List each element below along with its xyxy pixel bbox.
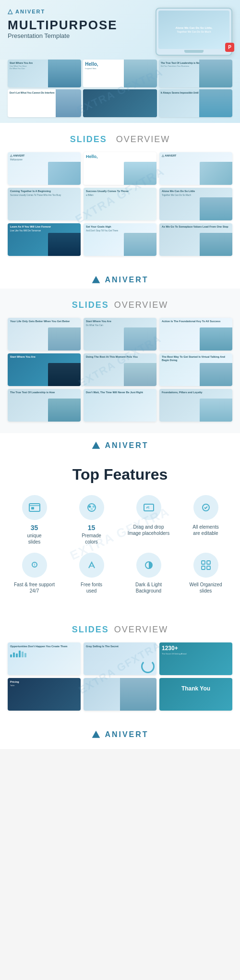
anivert-divider-2: ANIVERT [0,433,240,454]
hero-slide-2: Hello, Inspired Idea [83,60,156,87]
laptop-frame: Alone We Can Do So Little, Together We C… [156,8,232,56]
hero-slide-1-img [48,60,81,87]
feature-support-label: Fast & free support24/7 [10,581,59,594]
svg-rect-22 [207,566,210,569]
laptop-stand [184,50,204,53]
feature-organized-label: Well Organizedslides [181,581,230,594]
laptop-screen: Alone We Can Do So Little, Together We C… [158,11,229,49]
laptop-mockup: Alone We Can Do So Little, Together We C… [156,8,232,56]
slide-2-card-2: Start Where You Are Do What You Can [84,318,156,351]
svg-point-6 [88,506,91,508]
slide-2-card-4: Start Where You Are [8,353,81,386]
hero-section: △ ANIVERT MULTIPURPOSE Presentation Temp… [0,0,240,60]
svg-rect-21 [202,566,205,569]
slide-2-card-8: Don't Wait, The Time Will Never Be Just … [84,389,156,422]
hero-subtitle: Presentation Template [8,32,151,39]
svg-rect-20 [207,561,210,564]
anivert-logo-text-1: ANIVERT [105,276,148,284]
hero-slide-4-img [56,89,82,117]
svg-marker-0 [92,276,100,283]
slides-grid-1: △ ANIVERT Multipurpose Hello, △ ANIVERT … [8,152,232,256]
slide-card-9: As We Go To Someplace Values Lead From O… [159,223,232,256]
feature-dnd: Drag and dropImage placeholders [124,495,173,545]
brand-logo-icon: △ [8,8,12,15]
hero-slide-4: Don't Let What You Cannot Do Interfere [8,89,81,117]
hero-slide-3-img [199,60,232,87]
slide-card-3: △ ANIVERT [159,152,232,185]
slide-2-card-7: The True Test Of Leadership is How [8,389,81,422]
feature-colors-icon [79,495,104,520]
feature-editable-label: All elementsare editable [181,524,230,536]
slides-overview-3-section: SLIDES OVERVIEW Opportunities Don't Happ… [0,613,240,722]
feature-dark-light: Dark & LightBackground [124,553,173,594]
powerpoint-badge: P [225,43,234,52]
features-grid-row1: 35 uniqueslides 15 Premadecolors Drag an… [10,495,230,545]
feature-fonts: Free fontsused [67,553,116,594]
bottom-slides-row1: Opportunities Don't Happen You Create Th… [8,642,232,675]
slide-2-card-1: Your Life Only Gets Better When You Get … [8,318,81,351]
slide-card-8: Set Your Goals High And Don't Stop Till … [84,223,156,256]
feature-colors-label: Premadecolors [67,532,116,545]
slides-overview-3-title: SLIDES OVERVIEW [8,625,232,635]
bottom-slide-3: 1230+ The Secret Of Getting Ahead [159,642,232,675]
brand-name: ANIVERT [15,9,45,14]
slide-card-4: Coming Together Is A Beginning Success U… [8,188,81,220]
slides-overview-2-title: SLIDES OVERVIEW [8,300,232,310]
feature-slides-label: uniqueslides [10,532,59,545]
svg-point-5 [88,504,96,511]
svg-marker-23 [92,731,100,738]
feature-support-icon [22,553,47,578]
svg-point-7 [92,506,95,508]
hero-slide-6-img [199,89,232,117]
slide-2-card-9: Foundations, Pillars and Loyalty [159,389,232,422]
anivert-logo-icon-3 [91,730,101,739]
feature-organized: Well Organizedslides [181,553,230,594]
anivert-logo-icon-2 [91,441,101,450]
slide-card-1: △ ANIVERT Multipurpose [8,152,81,185]
svg-marker-1 [92,442,100,449]
slide-card-5: Success Usually Comes To Those a Billion [84,188,156,220]
hero-slide-6: It Always Seems Impossible Until It's Do… [159,89,232,117]
slides-overview-2-section: SLIDES OVERVIEW Your Life Only Gets Bett… [0,289,240,433]
svg-rect-19 [202,561,205,564]
svg-rect-2 [29,504,40,511]
svg-point-8 [90,508,93,510]
anivert-logo-text-2: ANIVERT [105,441,148,450]
slides-overview-1-title: SLIDES OVERVIEW [8,134,232,145]
feature-colors-number: 15 [67,524,116,532]
feature-organized-icon [193,553,218,578]
feature-slides: 35 uniqueslides [10,495,59,545]
features-section: Top Features 35 uniqueslides 15 Premadec… [0,454,240,613]
feature-editable: All elementsare editable [181,495,230,545]
anivert-logo-icon-1 [91,275,101,285]
hero-slides-row: Start Where You Are Use What You HaveDo … [0,60,240,123]
features-title: Top Features [10,466,230,484]
feature-fonts-icon [79,553,104,578]
feature-dnd-label: Drag and dropImage placeholders [124,524,173,536]
slide-2-card-6: The Best Way To Get Started Is Virtual T… [159,353,232,386]
slide-card-6: Alone We Can Do So Little Together We Ca… [159,188,232,220]
feature-dnd-icon [136,495,161,520]
anivert-divider-1: ANIVERT [0,267,240,289]
slide-2-card-3: Action Is The Foundational Key To All Su… [159,318,232,351]
features-grid-row2: Fast & free support24/7 Free fontsused D… [10,553,230,594]
anivert-divider-3: ANIVERT [0,722,240,749]
bottom-slides-row2: Pricing Table Thank You [8,678,232,711]
feature-slides-icon [22,495,47,520]
hero-slide-2-img [124,60,157,87]
hero-slide-3: The True Test Of Leadership is Now Did Y… [159,60,232,87]
svg-rect-4 [31,507,34,509]
anivert-logo-text-3: ANIVERT [105,730,148,739]
slides-overview-1-section: SLIDES OVERVIEW △ ANIVERT Multipurpose H… [0,123,240,267]
feature-dark-light-icon [136,553,161,578]
hero-text: △ ANIVERT MULTIPURPOSE Presentation Temp… [8,8,151,56]
feature-editable-icon [193,495,218,520]
feature-support: Fast & free support24/7 [10,553,59,594]
svg-point-16 [34,565,35,566]
hero-title: MULTIPURPOSE [8,19,151,31]
slides-grid-2: Your Life Only Gets Better When You Get … [8,318,232,422]
feature-colors: 15 Premadecolors [67,495,116,545]
bottom-slide-2: Gray Selling Is The Secret [84,642,156,675]
slide-card-7: Learn As If You Will Live Forever Live L… [8,223,81,256]
feature-fonts-label: Free fontsused [67,581,116,594]
